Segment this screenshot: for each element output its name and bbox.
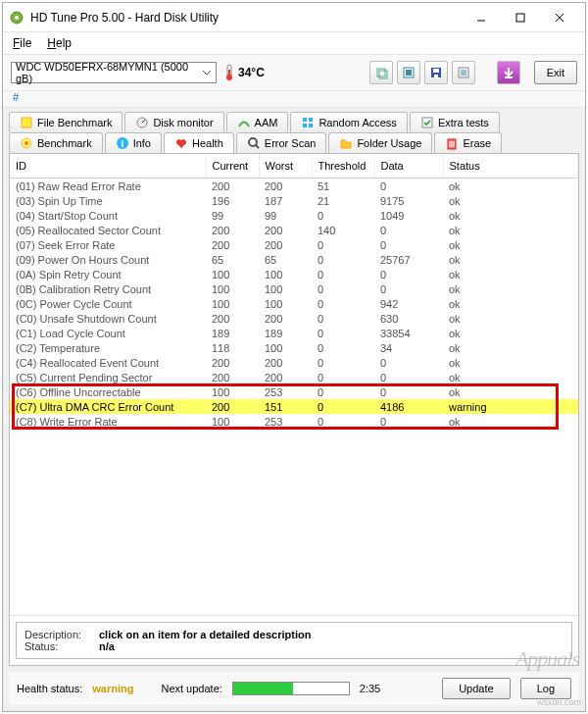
cell-threshold: 0 (312, 340, 374, 355)
update-button[interactable]: Update (442, 678, 510, 699)
tab-label: Random Access (318, 117, 396, 128)
tab-extra-tests[interactable]: Extra tests (410, 112, 500, 132)
table-row[interactable]: (C6) Offline Uncorrectable10025300ok (10, 384, 578, 399)
tab-health[interactable]: Health (164, 132, 234, 153)
titlebar: HD Tune Pro 5.00 - Hard Disk Utility (3, 3, 585, 32)
menu-help[interactable]: Help (47, 36, 72, 50)
download-icon[interactable] (497, 61, 520, 84)
table-row[interactable]: (C7) Ultra DMA CRC Error Count2001510418… (10, 399, 578, 414)
close-button[interactable] (540, 6, 579, 29)
table-row[interactable]: (C1) Load Cycle Count189189033854ok (10, 326, 578, 340)
options-icon[interactable] (452, 61, 475, 84)
app-icon (9, 10, 24, 26)
tab-info[interactable]: iInfo (105, 132, 162, 153)
table-row[interactable]: (C8) Write Error Rate10025300ok (10, 414, 578, 429)
col-current[interactable]: Current (206, 154, 259, 178)
table-row[interactable]: (C0) Unsafe Shutdown Count2002000630ok (10, 311, 578, 326)
save-icon[interactable] (424, 61, 448, 84)
cell-worst: 189 (259, 326, 312, 340)
tab-label: Erase (463, 137, 491, 149)
temperature-display: 34°C (224, 64, 265, 81)
tab-erase[interactable]: Erase (434, 132, 502, 153)
table-row[interactable]: (07) Seek Error Rate20020000ok (10, 237, 578, 252)
menu-file[interactable]: File (13, 36, 31, 50)
desc-label: Description: (24, 629, 93, 640)
table-row[interactable]: (0A) Spin Retry Count10010000ok (10, 267, 578, 281)
cell-threshold: 0 (312, 399, 374, 414)
svg-rect-8 (228, 70, 230, 77)
drive-dropdown[interactable]: WDC WD50EFRX-68MYMN1 (5000 gB) (11, 62, 217, 83)
minimize-button[interactable] (462, 6, 501, 29)
svg-rect-23 (303, 118, 307, 122)
cell-threshold: 0 (312, 296, 374, 311)
cell-current: 65 (206, 252, 259, 267)
next-update-label: Next update: (161, 683, 221, 694)
table-row[interactable]: (0C) Power Cycle Count1001000942ok (10, 296, 578, 311)
cell-current: 200 (206, 237, 259, 252)
col-status[interactable]: Status (443, 154, 578, 178)
col-worst[interactable]: Worst (259, 154, 312, 178)
cell-current: 200 (206, 355, 259, 370)
col-threshold[interactable]: Threshold (312, 154, 374, 178)
exit-button[interactable]: Exit (534, 61, 577, 84)
tab-icon (301, 116, 315, 129)
cell-threshold: 0 (312, 252, 374, 267)
screenshot-icon[interactable] (397, 61, 420, 84)
table-row[interactable]: (01) Raw Read Error Rate200200510ok (10, 178, 578, 194)
log-button[interactable]: Log (520, 678, 571, 699)
table-row[interactable]: (05) Reallocated Sector Count2002001400o… (10, 223, 578, 237)
svg-rect-15 (434, 75, 438, 77)
cell-threshold: 0 (312, 370, 374, 384)
tab-benchmark[interactable]: Benchmark (9, 132, 103, 153)
svg-rect-24 (309, 118, 313, 122)
cell-worst: 100 (259, 281, 312, 296)
cell-status: warning (443, 399, 578, 414)
col-id[interactable]: ID (10, 154, 206, 178)
cell-worst: 200 (259, 237, 312, 252)
drive-letter-row[interactable]: # (3, 91, 585, 108)
smart-table-wrap: ID Current Worst Threshold Data Status (… (10, 154, 578, 616)
cell-worst: 200 (259, 178, 312, 194)
health-status-label: Health status: (17, 683, 82, 694)
tab-label: AAM (255, 117, 278, 128)
tab-icon: i (116, 136, 129, 150)
col-data[interactable]: Data (374, 154, 443, 178)
chevron-down-icon (202, 68, 212, 77)
table-row[interactable]: (C4) Reallocated Event Count20020000ok (10, 355, 578, 370)
cell-current: 100 (206, 384, 259, 399)
update-progress (232, 682, 350, 695)
cell-threshold: 0 (312, 384, 374, 399)
description-box: Description: click on an item for a deta… (16, 622, 572, 659)
tab-label: Info (133, 137, 151, 149)
table-row[interactable]: (03) Spin Up Time196187219175ok (10, 193, 578, 208)
tab-error-scan[interactable]: Error Scan (236, 132, 327, 153)
svg-line-33 (256, 145, 259, 148)
cell-worst: 200 (259, 355, 312, 370)
cell-data: 0 (374, 237, 443, 252)
health-panel: ID Current Worst Threshold Data Status (… (9, 153, 579, 666)
cell-data: 0 (374, 267, 443, 281)
svg-rect-25 (303, 124, 307, 128)
cell-worst: 200 (259, 370, 312, 384)
tab-file-benchmark[interactable]: File Benchmark (9, 112, 122, 132)
cell-current: 100 (206, 414, 259, 429)
tab-aam[interactable]: AAM (226, 112, 289, 132)
tab-label: Health (192, 137, 223, 149)
cell-id: (C5) Current Pending Sector (10, 370, 206, 384)
table-row[interactable]: (04) Start/Stop Count999901049ok (10, 208, 578, 223)
table-row[interactable]: (C2) Temperature118100034ok (10, 340, 578, 355)
tab-disk-monitor[interactable]: Disk monitor (124, 112, 223, 132)
tab-icon (135, 116, 149, 129)
table-row[interactable]: (0B) Calibration Retry Count10010000ok (10, 281, 578, 296)
cell-current: 200 (206, 370, 259, 384)
table-row[interactable]: (C5) Current Pending Sector20020000ok (10, 370, 578, 384)
svg-point-32 (249, 138, 257, 146)
tab-folder-usage[interactable]: Folder Usage (328, 132, 432, 153)
tab-random-access[interactable]: Random Access (290, 112, 407, 132)
health-status-value: warning (92, 683, 133, 694)
copy-icon[interactable] (369, 61, 393, 84)
table-row[interactable]: (09) Power On Hours Count6565025767ok (10, 252, 578, 267)
cell-status: ok (443, 355, 578, 370)
maximize-button[interactable] (501, 6, 540, 29)
cell-current: 100 (206, 267, 259, 281)
